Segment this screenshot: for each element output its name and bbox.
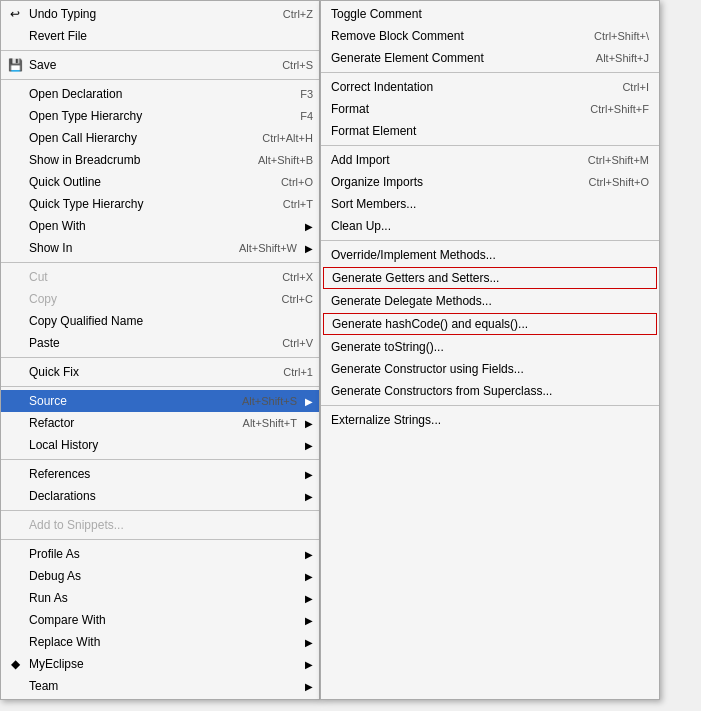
menu-item-profile-as[interactable]: Profile As▶ xyxy=(1,543,319,565)
submenu-item-format[interactable]: FormatCtrl+Shift+F xyxy=(321,98,659,120)
menu-item-local-history[interactable]: Local History▶ xyxy=(1,434,319,456)
menu-item-paste[interactable]: PasteCtrl+V xyxy=(1,332,319,354)
menu-item-open-with[interactable]: Open With▶ xyxy=(1,215,319,237)
menu-item-shortcut: Ctrl+Alt+H xyxy=(262,132,313,144)
submenu-item-label: Organize Imports xyxy=(331,175,568,189)
menu-item-show-in-breadcrumb[interactable]: Show in BreadcrumbAlt+Shift+B xyxy=(1,149,319,171)
menu-item-label: Profile As xyxy=(29,547,297,561)
submenu-item-label: Clean Up... xyxy=(331,219,649,233)
menu-item-references[interactable]: References▶ xyxy=(1,463,319,485)
submenu-arrow-icon: ▶ xyxy=(305,440,313,451)
submenu-item-toggle-comment[interactable]: Toggle Comment xyxy=(321,3,659,25)
menu-item-label: Show In xyxy=(29,241,219,255)
menu-item-team[interactable]: Team▶ xyxy=(1,675,319,697)
menu-item-quick-outline[interactable]: Quick OutlineCtrl+O xyxy=(1,171,319,193)
submenu-item-clean-up[interactable]: Clean Up... xyxy=(321,215,659,237)
menu-item-save[interactable]: 💾SaveCtrl+S xyxy=(1,54,319,76)
submenu-arrow-icon: ▶ xyxy=(305,396,313,407)
menu-item-label: Local History xyxy=(29,438,297,452)
submenu-item-override-implement[interactable]: Override/Implement Methods... xyxy=(321,244,659,266)
submenu-item-shortcut: Ctrl+Shift+M xyxy=(588,154,649,166)
menu-separator xyxy=(1,357,319,358)
menu-item-myeclipse[interactable]: ◆MyEclipse▶ xyxy=(1,653,319,675)
submenu-item-correct-indentation[interactable]: Correct IndentationCtrl+I xyxy=(321,76,659,98)
menu-item-shortcut: Ctrl+V xyxy=(282,337,313,349)
submenu-item-generate-constructors-superclass[interactable]: Generate Constructors from Superclass... xyxy=(321,380,659,402)
menu-item-show-in[interactable]: Show InAlt+Shift+W▶ xyxy=(1,237,319,259)
menu-item-label: Open Call Hierarchy xyxy=(29,131,242,145)
submenu-arrow-icon: ▶ xyxy=(305,221,313,232)
submenu-arrow-icon: ▶ xyxy=(305,615,313,626)
submenu-item-add-import[interactable]: Add ImportCtrl+Shift+M xyxy=(321,149,659,171)
submenu-item-format-element[interactable]: Format Element xyxy=(321,120,659,142)
submenu-arrow-icon: ▶ xyxy=(305,637,313,648)
menu-item-open-declaration[interactable]: Open DeclarationF3 xyxy=(1,83,319,105)
menu-item-copy[interactable]: CopyCtrl+C xyxy=(1,288,319,310)
menu-item-debug-as[interactable]: Debug As▶ xyxy=(1,565,319,587)
submenu-item-organize-imports[interactable]: Organize ImportsCtrl+Shift+O xyxy=(321,171,659,193)
menu-item-run-as[interactable]: Run As▶ xyxy=(1,587,319,609)
menu-item-source[interactable]: SourceAlt+Shift+S▶ xyxy=(1,390,319,412)
submenu-item-shortcut: Ctrl+Shift+\ xyxy=(594,30,649,42)
submenu-item-sort-members[interactable]: Sort Members... xyxy=(321,193,659,215)
menu-separator xyxy=(1,79,319,80)
context-menu: ↩Undo TypingCtrl+ZRevert File💾SaveCtrl+S… xyxy=(0,0,660,700)
submenu-item-externalize-strings[interactable]: Externalize Strings... xyxy=(321,409,659,431)
submenu-item-label: Generate Constructors from Superclass... xyxy=(331,384,649,398)
menu-item-shortcut: F4 xyxy=(300,110,313,122)
menu-item-replace-with[interactable]: Replace With▶ xyxy=(1,631,319,653)
menu-item-label: Quick Outline xyxy=(29,175,261,189)
submenu-separator xyxy=(321,145,659,146)
submenu-item-generate-hashcode-equals[interactable]: Generate hashCode() and equals()... xyxy=(323,313,657,335)
menu-item-shortcut: Alt+Shift+T xyxy=(243,417,297,429)
submenu-item-label: Correct Indentation xyxy=(331,80,602,94)
menu-item-shortcut: F3 xyxy=(300,88,313,100)
menu-item-label: References xyxy=(29,467,297,481)
left-menu: ↩Undo TypingCtrl+ZRevert File💾SaveCtrl+S… xyxy=(0,0,320,700)
submenu-item-generate-delegate-methods[interactable]: Generate Delegate Methods... xyxy=(321,290,659,312)
menu-item-label: Undo Typing xyxy=(29,7,263,21)
menu-item-add-to-snippets[interactable]: Add to Snippets... xyxy=(1,514,319,536)
submenu-item-label: Format Element xyxy=(331,124,649,138)
menu-item-label: Revert File xyxy=(29,29,313,43)
menu-item-shortcut: Ctrl+S xyxy=(282,59,313,71)
menu-item-revert[interactable]: Revert File xyxy=(1,25,319,47)
menu-item-refactor[interactable]: RefactorAlt+Shift+T▶ xyxy=(1,412,319,434)
menu-item-open-type-hierarchy[interactable]: Open Type HierarchyF4 xyxy=(1,105,319,127)
menu-item-label: Run As xyxy=(29,591,297,605)
menu-item-shortcut: Alt+Shift+S xyxy=(242,395,297,407)
menu-item-quick-fix[interactable]: Quick FixCtrl+1 xyxy=(1,361,319,383)
menu-item-cut[interactable]: CutCtrl+X xyxy=(1,266,319,288)
submenu-separator xyxy=(321,72,659,73)
submenu-item-generate-constructor-fields[interactable]: Generate Constructor using Fields... xyxy=(321,358,659,380)
menu-separator xyxy=(1,386,319,387)
menu-item-quick-type-hierarchy[interactable]: Quick Type HierarchyCtrl+T xyxy=(1,193,319,215)
menu-separator xyxy=(1,539,319,540)
menu-item-label: MyEclipse xyxy=(29,657,297,671)
submenu-item-label: Override/Implement Methods... xyxy=(331,248,649,262)
menu-item-label: Source xyxy=(29,394,222,408)
submenu-arrow-icon: ▶ xyxy=(305,593,313,604)
menu-item-label: Debug As xyxy=(29,569,297,583)
submenu-item-shortcut: Ctrl+Shift+F xyxy=(590,103,649,115)
undo-icon-icon: ↩ xyxy=(5,7,25,21)
submenu-item-label: Generate Delegate Methods... xyxy=(331,294,649,308)
submenu-item-label: Generate Element Comment xyxy=(331,51,576,65)
submenu-item-label: Toggle Comment xyxy=(331,7,649,21)
submenu-item-generate-element-comment[interactable]: Generate Element CommentAlt+Shift+J xyxy=(321,47,659,69)
submenu-separator xyxy=(321,240,659,241)
right-submenu: Toggle CommentRemove Block CommentCtrl+S… xyxy=(320,0,660,700)
submenu-item-label: Externalize Strings... xyxy=(331,413,649,427)
menu-item-label: Refactor xyxy=(29,416,223,430)
submenu-item-generate-tostring[interactable]: Generate toString()... xyxy=(321,336,659,358)
menu-item-compare-with[interactable]: Compare With▶ xyxy=(1,609,319,631)
submenu-item-label: Generate hashCode() and equals()... xyxy=(332,317,648,331)
menu-item-open-call-hierarchy[interactable]: Open Call HierarchyCtrl+Alt+H xyxy=(1,127,319,149)
menu-item-label: Cut xyxy=(29,270,262,284)
submenu-item-remove-block-comment[interactable]: Remove Block CommentCtrl+Shift+\ xyxy=(321,25,659,47)
submenu-item-generate-getters-setters[interactable]: Generate Getters and Setters... xyxy=(323,267,657,289)
menu-item-copy-qualified-name[interactable]: Copy Qualified Name xyxy=(1,310,319,332)
menu-item-undo[interactable]: ↩Undo TypingCtrl+Z xyxy=(1,3,319,25)
menu-item-shortcut: Ctrl+O xyxy=(281,176,313,188)
menu-item-declarations[interactable]: Declarations▶ xyxy=(1,485,319,507)
